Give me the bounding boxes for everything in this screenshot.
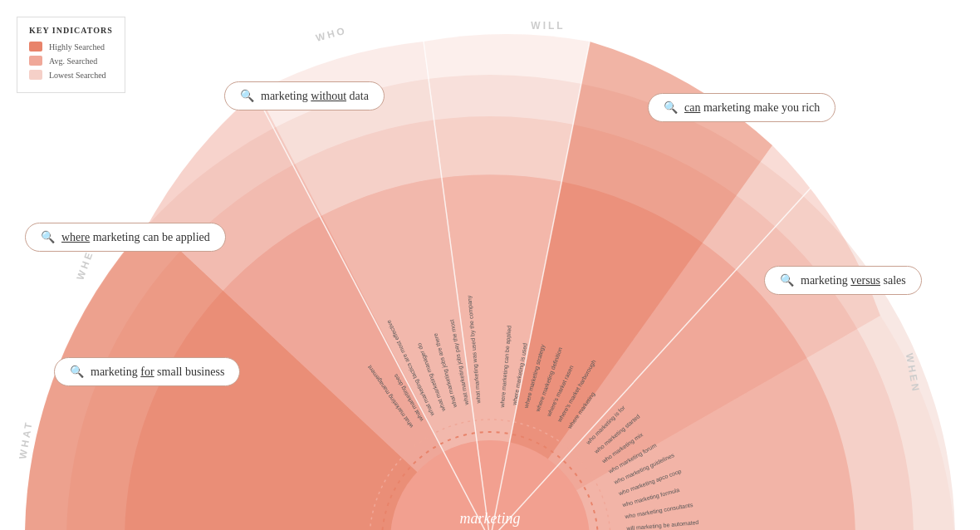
pill-for-suffix: small business	[154, 366, 225, 378]
main-visualization: marketing WHERE WHO WILL CAN WHEN WHAT w…	[0, 0, 980, 530]
pill-without-suffix: data	[346, 90, 369, 102]
pill-where-text: where marketing can be applied	[61, 231, 210, 244]
pill-without-keyword: without	[311, 90, 346, 102]
pill-where-keyword: where	[61, 231, 90, 243]
pill-versus-keyword: versus	[850, 274, 880, 287]
pill-without[interactable]: 🔍 marketing without data	[224, 81, 385, 110]
pill-versus-prefix: marketing	[801, 274, 850, 287]
pill-can[interactable]: 🔍 can marketing make you rich	[648, 93, 835, 122]
pill-where-suffix: marketing can be applied	[90, 231, 210, 243]
axis-who: WHO	[315, 24, 349, 43]
pill-for[interactable]: 🔍 marketing for small business	[54, 357, 240, 386]
search-icon-where: 🔍	[41, 230, 55, 244]
axis-will: WILL	[531, 20, 565, 32]
pill-without-text: marketing without data	[261, 90, 369, 103]
axis-what: WHAT	[17, 420, 35, 460]
pill-where[interactable]: 🔍 where marketing can be applied	[25, 223, 226, 252]
search-icon-without: 🔍	[240, 89, 254, 103]
search-icon-for: 🔍	[70, 365, 84, 379]
pill-for-keyword: for	[140, 366, 154, 378]
pill-without-prefix: marketing	[261, 90, 311, 102]
center-label: marketing	[460, 510, 521, 527]
pill-versus-suffix: sales	[880, 274, 906, 287]
pill-can-text: can marketing make you rich	[684, 101, 820, 115]
pill-for-prefix: marketing	[91, 366, 140, 378]
search-icon-versus: 🔍	[780, 273, 794, 287]
search-icon-can: 🔍	[664, 101, 678, 115]
pill-for-text: marketing for small business	[91, 366, 224, 379]
pill-can-suffix: marketing make you rich	[700, 101, 820, 114]
pill-versus-text: marketing versus sales	[801, 274, 906, 287]
pill-versus[interactable]: 🔍 marketing versus sales	[764, 266, 922, 295]
pill-can-keyword: can	[684, 101, 700, 114]
